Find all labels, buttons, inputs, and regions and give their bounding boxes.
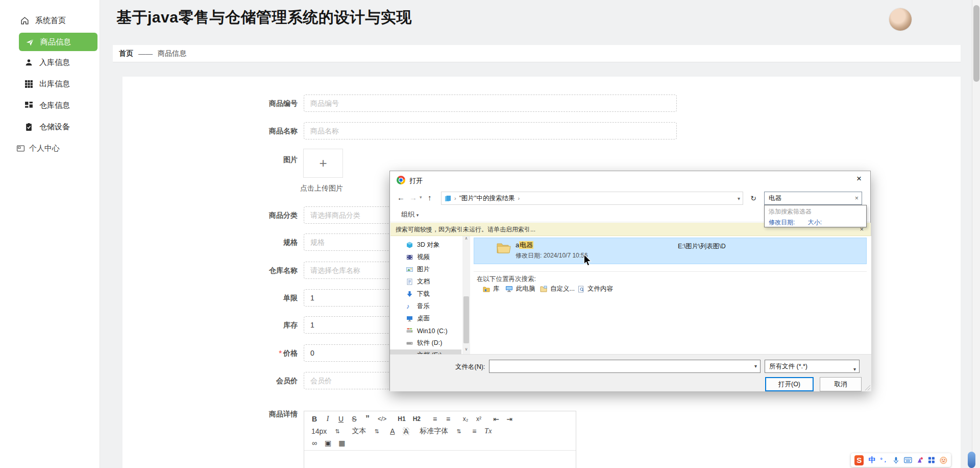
history-dropdown-icon[interactable]: ▾ — [420, 195, 422, 200]
sidebar-item-equipment[interactable]: 仓储设备 — [0, 120, 100, 134]
tree-scrollbar[interactable]: ∧ ∨ — [462, 236, 470, 354]
address-path[interactable]: "图片"中的搜索结果 — [459, 194, 515, 203]
text-style-select[interactable]: 文本 ⇅ — [352, 427, 379, 436]
tree-item-3d-objects[interactable]: 3D 对象 — [390, 239, 461, 251]
editor-toolbar-row1: B I U S ” </> H1 H2 ≡ ≡ x₂ x² ⇤ ⇥ — [304, 411, 576, 424]
sidebar-item-warehouse[interactable]: 仓库信息 — [0, 98, 100, 112]
sogou-logo-icon[interactable]: S — [854, 455, 864, 465]
sidebar-item-goods-active[interactable]: 商品信息 — [19, 33, 97, 51]
tree-item-drive-c[interactable]: Win10 (C:) — [390, 325, 461, 337]
h2-button[interactable]: H2 — [413, 415, 421, 423]
subscript-button[interactable]: x₂ — [462, 415, 469, 423]
document-icon — [406, 278, 413, 285]
sidebar: 系统首页 商品信息 入库信息 出库信息 仓库信息 仓储设备 — [0, 0, 100, 468]
tree-item-documents[interactable]: 文档 — [390, 276, 461, 288]
align-button[interactable]: ≡ — [471, 427, 477, 435]
emoji-icon[interactable] — [940, 456, 947, 464]
search-again-libraries[interactable]: 库 — [483, 285, 500, 293]
forward-icon[interactable]: → — [409, 193, 417, 202]
field-label-limit: 单限 — [221, 289, 298, 307]
back-icon[interactable]: ← — [397, 193, 405, 202]
filename-input[interactable]: ▾ — [489, 360, 761, 373]
resize-grip[interactable] — [864, 384, 870, 390]
page-title: 基于java零售与仓储管理系统的设计与实现 — [116, 7, 412, 28]
tree-scrollbar-thumb[interactable] — [463, 296, 469, 343]
background-color-button[interactable]: A — [403, 427, 409, 435]
sidebar-item-label: 入库信息 — [39, 58, 70, 67]
image-icon[interactable]: ▣ — [325, 439, 331, 447]
video-icon[interactable]: ▦ — [338, 439, 345, 447]
keyboard-icon[interactable] — [904, 457, 912, 463]
sidebar-item-inbound[interactable]: 入库信息 — [0, 55, 100, 69]
file-date: 修改日期: 2024/10/7 10:56 — [516, 251, 587, 260]
outdent-button[interactable]: ⇤ — [493, 415, 499, 423]
sidebar-item-outbound[interactable]: 出库信息 — [0, 77, 100, 91]
cancel-button[interactable]: 取消 — [820, 377, 862, 391]
tree-item-label: 视频 — [417, 253, 430, 262]
up-icon[interactable]: ↑ — [428, 193, 432, 202]
warehouse-placeholder: 请选择仓库名称 — [310, 266, 360, 274]
microphone-icon[interactable] — [893, 456, 899, 464]
tree-item-drive-d[interactable]: 软件 (D:) — [390, 337, 461, 349]
italic-button[interactable]: I — [325, 415, 331, 423]
scroll-up-icon[interactable]: ∧ — [462, 236, 470, 243]
tree-item-videos[interactable]: 视频 — [390, 251, 461, 263]
page-scrollbar-thumb[interactable] — [973, 5, 979, 82]
field-label-member-price: 会员价 — [221, 372, 298, 389]
clear-search-icon[interactable]: × — [855, 192, 859, 204]
indent-button[interactable]: ⇥ — [506, 415, 512, 423]
updown-icon: ⇅ — [375, 428, 379, 435]
filetype-select[interactable]: 所有文件 (*.*) ▾ — [765, 360, 860, 373]
search-again-file-contents[interactable]: 文件内容 — [578, 285, 613, 293]
address-dropdown-icon[interactable]: ▾ — [738, 196, 740, 201]
filter-size-link[interactable]: 大小: — [808, 219, 822, 226]
page-scrollbar[interactable] — [972, 0, 980, 468]
ordered-list-button[interactable]: ≡ — [432, 415, 438, 423]
underline-button[interactable]: U — [338, 415, 344, 423]
tree-item-pictures[interactable]: 图片 — [390, 264, 461, 275]
avatar[interactable] — [889, 8, 912, 31]
breadcrumb-home[interactable]: 首页 — [119, 49, 133, 58]
toolbox-grid-icon[interactable] — [928, 456, 935, 464]
superscript-button[interactable]: x² — [476, 415, 482, 423]
h1-button[interactable]: H1 — [398, 415, 405, 423]
blockquote-button[interactable]: ” — [364, 414, 371, 424]
tree-item-downloads[interactable]: 下载 — [390, 288, 461, 300]
tree-item-music[interactable]: ♪ 音乐 — [390, 300, 461, 312]
image-upload-box[interactable]: + — [303, 149, 343, 178]
filter-date-link[interactable]: 修改日期: — [769, 219, 795, 226]
field-label-goods-name: 商品名称 — [221, 122, 298, 139]
address-bar[interactable]: › "图片"中的搜索结果 › ▾ — [441, 192, 743, 205]
bold-button[interactable]: B — [311, 415, 317, 423]
search-input[interactable]: 电器 × — [764, 192, 862, 205]
search-again-custom[interactable]: 自定义... — [540, 285, 575, 293]
punctuation-toggle[interactable]: °， — [880, 456, 888, 464]
tree-item-desktop[interactable]: 桌面 — [390, 313, 461, 324]
search-again-this-pc[interactable]: 此电脑 — [505, 285, 535, 293]
search-value: 电器 — [769, 195, 781, 202]
refresh-button[interactable]: ↻ — [747, 192, 760, 205]
sidebar-item-label: 仓库信息 — [39, 101, 70, 110]
open-button[interactable]: 打开(O) — [765, 377, 814, 391]
font-family-select[interactable]: 标准字体 ⇅ — [420, 427, 461, 436]
scroll-down-icon[interactable]: ∨ — [462, 347, 470, 354]
tree-item-drive-e[interactable]: 文档 (E:) — [390, 349, 461, 354]
strikethrough-button[interactable]: S — [351, 415, 357, 423]
editor-content[interactable] — [304, 451, 576, 463]
goods-name-input[interactable]: 商品名称 — [304, 122, 677, 139]
code-button[interactable]: </> — [378, 415, 386, 423]
link-icon[interactable]: ∞ — [311, 439, 317, 447]
ime-handle[interactable] — [968, 452, 975, 468]
dialog-close-button[interactable]: × — [848, 171, 870, 186]
sidebar-item-home[interactable]: 系统首页 — [0, 13, 100, 28]
filename-dropdown-icon[interactable]: ▾ — [754, 363, 757, 369]
skin-icon[interactable] — [917, 456, 924, 464]
organize-menu[interactable]: 组织 ▾ — [401, 210, 419, 219]
text-color-button[interactable]: A — [389, 427, 396, 435]
sidebar-item-profile[interactable]: 个人中心 — [0, 141, 100, 155]
clear-format-button[interactable]: Tx — [484, 427, 492, 435]
bullet-list-button[interactable]: ≡ — [445, 415, 451, 423]
font-size-select[interactable]: 14px ⇅ — [311, 427, 340, 435]
ime-mode-toggle[interactable]: 中 — [868, 456, 875, 465]
goods-no-input[interactable]: 商品编号 — [304, 95, 677, 112]
